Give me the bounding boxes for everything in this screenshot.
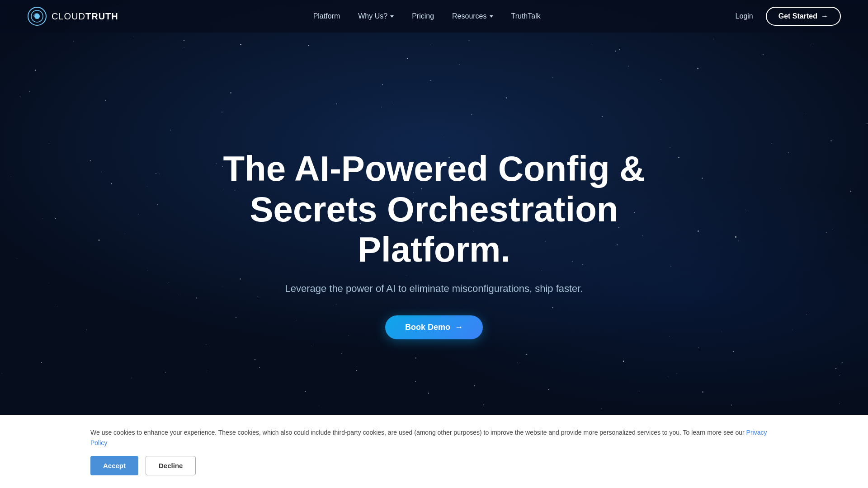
arrow-right-icon: → [455, 323, 463, 332]
chevron-down-icon-resources [490, 15, 493, 18]
nav-item-why-us[interactable]: Why Us? [358, 12, 394, 20]
arrow-icon: → [821, 12, 828, 20]
logo-icon [27, 6, 47, 26]
nav-link-platform[interactable]: Platform [313, 12, 340, 20]
nav-item-truthtalk[interactable]: TruthTalk [511, 12, 541, 20]
accept-button[interactable]: Accept [90, 456, 138, 475]
nav-link-why-us[interactable]: Why Us? [358, 12, 394, 20]
nav-link-truthtalk[interactable]: TruthTalk [511, 12, 541, 20]
nav-item-resources[interactable]: Resources [452, 12, 493, 20]
navbar: CLOUDTRUTH Platform Why Us? Pricing Reso… [0, 0, 868, 33]
cookie-text: We use cookies to enhance your experienc… [90, 427, 778, 448]
nav-item-pricing[interactable]: Pricing [412, 12, 434, 20]
logo-text: CLOUDTRUTH [52, 11, 118, 22]
cookie-banner: We use cookies to enhance your experienc… [0, 415, 868, 488]
nav-right: Login Get Started → [736, 7, 841, 26]
cookie-actions: Accept Decline [90, 456, 778, 475]
nav-item-platform[interactable]: Platform [313, 12, 340, 20]
nav-link-resources[interactable]: Resources [452, 12, 493, 20]
hero-title: The AI-Powered Config & Secrets Orchestr… [185, 149, 683, 270]
login-link[interactable]: Login [736, 12, 753, 20]
decline-button[interactable]: Decline [146, 456, 196, 475]
get-started-button[interactable]: Get Started → [766, 7, 841, 26]
nav-links: Platform Why Us? Pricing Resources Truth… [313, 12, 541, 20]
hero-subtitle: Leverage the power of AI to eliminate mi… [185, 283, 683, 295]
book-demo-button[interactable]: Book Demo → [385, 315, 483, 339]
chevron-down-icon [390, 15, 394, 18]
nav-link-pricing[interactable]: Pricing [412, 12, 434, 20]
svg-point-2 [34, 14, 40, 19]
logo-link[interactable]: CLOUDTRUTH [27, 6, 118, 26]
hero-content: The AI-Powered Config & Secrets Orchestr… [185, 149, 683, 339]
